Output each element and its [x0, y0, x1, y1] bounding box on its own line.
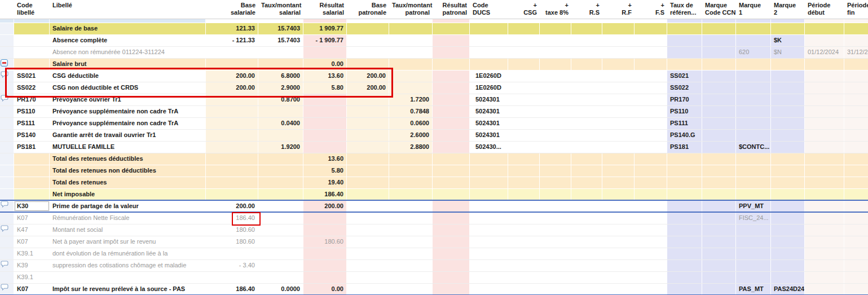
- rs-cell[interactable]: [571, 118, 602, 129]
- taux_ref-cell[interactable]: [667, 260, 702, 271]
- code-cell[interactable]: [14, 35, 50, 46]
- m2-cell[interactable]: [771, 153, 805, 165]
- p_debut-cell[interactable]: [805, 130, 844, 141]
- rf-cell[interactable]: [602, 189, 635, 200]
- fs-cell[interactable]: [635, 201, 667, 212]
- ducs-cell[interactable]: 1E0260D: [470, 71, 508, 82]
- p_fin-cell[interactable]: [844, 260, 868, 271]
- column-header-m2[interactable]: Marque2: [771, 0, 805, 19]
- p_fin-cell[interactable]: [844, 71, 868, 82]
- taux_ref-cell[interactable]: [667, 23, 702, 34]
- res_pat-cell[interactable]: [433, 236, 470, 248]
- label-cell[interactable]: Absence complète: [50, 35, 206, 46]
- column-header-code[interactable]: Codelibellé: [14, 0, 50, 19]
- code-cell[interactable]: K07: [14, 284, 50, 294]
- m2-cell[interactable]: [771, 201, 805, 212]
- taxe8-cell[interactable]: [540, 272, 571, 283]
- taux_pat-cell[interactable]: [389, 260, 433, 271]
- csg-cell[interactable]: [508, 177, 540, 188]
- res_sal-cell[interactable]: [303, 94, 347, 105]
- base_sal-cell[interactable]: [206, 272, 258, 283]
- taux_ref-cell[interactable]: [667, 153, 702, 165]
- label-cell[interactable]: CSG déductible: [50, 71, 206, 82]
- taux_pat-cell[interactable]: [389, 177, 433, 188]
- fs-cell[interactable]: [635, 82, 667, 94]
- res_pat-cell[interactable]: [433, 35, 470, 46]
- base_pat-cell[interactable]: [347, 272, 389, 283]
- code-cell[interactable]: [14, 189, 50, 200]
- csg-cell[interactable]: [508, 213, 540, 224]
- taux_pat-cell[interactable]: [389, 47, 433, 58]
- column-header-taxe8[interactable]: +taxe 8%: [540, 0, 571, 19]
- p_debut-cell[interactable]: [805, 118, 844, 129]
- rs-cell[interactable]: [571, 106, 602, 117]
- ccn-cell[interactable]: [702, 23, 736, 34]
- taux_ref-cell[interactable]: [667, 201, 702, 212]
- code-cell[interactable]: K39.1: [14, 248, 50, 259]
- rf-cell[interactable]: [602, 118, 635, 129]
- ccn-cell[interactable]: [702, 47, 736, 58]
- ducs-cell[interactable]: [470, 23, 508, 34]
- taux_ref-cell[interactable]: [667, 177, 702, 188]
- code-cell[interactable]: K47: [14, 224, 50, 236]
- code-cell[interactable]: [14, 153, 50, 165]
- p_fin-cell[interactable]: [844, 284, 868, 294]
- column-header-m1[interactable]: Marque1: [736, 0, 771, 19]
- taux_sal-cell[interactable]: [258, 272, 303, 283]
- column-header-csg[interactable]: +CSG: [508, 0, 540, 19]
- fs-cell[interactable]: [635, 47, 667, 58]
- p_debut-cell[interactable]: [805, 165, 844, 177]
- code-cell[interactable]: K07: [14, 213, 50, 224]
- rf-cell[interactable]: [602, 59, 635, 70]
- res_pat-cell[interactable]: [433, 23, 470, 34]
- m2-cell[interactable]: [771, 82, 805, 94]
- res_sal-cell[interactable]: [303, 106, 347, 117]
- rf-cell[interactable]: [602, 71, 635, 82]
- p_debut-cell[interactable]: [805, 272, 844, 283]
- code-cell[interactable]: K30: [14, 201, 50, 212]
- column-header-res_pat[interactable]: Résultatpatronal: [433, 0, 470, 19]
- rf-cell[interactable]: [602, 177, 635, 188]
- base_sal-cell[interactable]: [206, 106, 258, 117]
- column-header-p_debut[interactable]: Périodedébut: [805, 0, 844, 19]
- res_pat-cell[interactable]: [433, 106, 470, 117]
- ccn-cell[interactable]: [702, 118, 736, 129]
- p_fin-cell[interactable]: [844, 94, 868, 105]
- m2-cell[interactable]: [771, 106, 805, 117]
- taxe8-cell[interactable]: [540, 130, 571, 141]
- taux_pat-cell[interactable]: [389, 201, 433, 212]
- m1-cell[interactable]: [736, 165, 771, 177]
- ducs-cell[interactable]: 5024301: [470, 118, 508, 129]
- base_pat-cell[interactable]: [347, 213, 389, 224]
- taxe8-cell[interactable]: [540, 213, 571, 224]
- label-cell[interactable]: Impôt sur le revenu prélevé à la source …: [50, 284, 206, 294]
- ccn-cell[interactable]: [702, 165, 736, 177]
- csg-cell[interactable]: [508, 23, 540, 34]
- taux_sal-cell[interactable]: [258, 177, 303, 188]
- m1-cell[interactable]: [736, 260, 771, 271]
- res_pat-cell[interactable]: [433, 260, 470, 271]
- taux_pat-cell[interactable]: 1.7200: [389, 94, 433, 105]
- ccn-cell[interactable]: [702, 130, 736, 141]
- base_pat-cell[interactable]: 200.00: [347, 82, 389, 94]
- taux_ref-cell[interactable]: [667, 236, 702, 248]
- code-cell[interactable]: PS181: [14, 142, 50, 153]
- rf-cell[interactable]: [602, 260, 635, 271]
- taux_pat-cell[interactable]: [389, 23, 433, 34]
- taxe8-cell[interactable]: [540, 142, 571, 153]
- csg-cell[interactable]: [508, 248, 540, 259]
- taux_pat-cell[interactable]: 0.7848: [389, 106, 433, 117]
- taux_sal-cell[interactable]: [258, 224, 303, 236]
- fs-cell[interactable]: [635, 189, 667, 200]
- ccn-cell[interactable]: [702, 82, 736, 94]
- m1-cell[interactable]: [736, 106, 771, 117]
- rf-cell[interactable]: [602, 142, 635, 153]
- ducs-cell[interactable]: 1E0260D: [470, 82, 508, 94]
- m1-cell[interactable]: [736, 94, 771, 105]
- code-cell[interactable]: PS140: [14, 130, 50, 141]
- ccn-cell[interactable]: [702, 71, 736, 82]
- m1-cell[interactable]: PPV_MT: [736, 201, 771, 212]
- res_sal-cell[interactable]: 13.60: [303, 153, 347, 165]
- res_pat-cell[interactable]: [433, 130, 470, 141]
- code-cell[interactable]: K39: [14, 260, 50, 271]
